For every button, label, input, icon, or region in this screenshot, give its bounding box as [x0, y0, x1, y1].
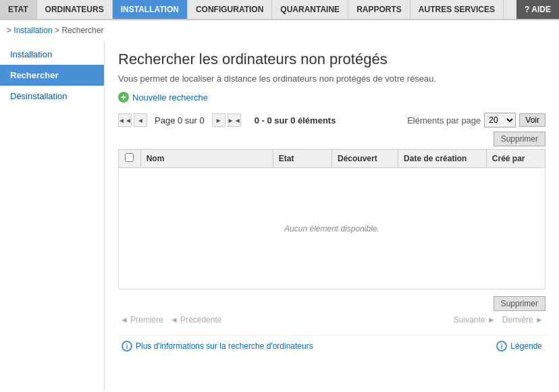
- precedente-link[interactable]: ◄ Précédente: [168, 315, 224, 325]
- nav-rapports[interactable]: RAPPORTS: [348, 0, 410, 19]
- main-layout: Installation Rechercher Désinstallation …: [0, 40, 559, 391]
- no-data-row: Aucun élément disponible.: [119, 168, 545, 289]
- supprimer-button-top[interactable]: Supprimer: [494, 132, 545, 146]
- data-table: Nom Etat Découvert Date de création Créé…: [118, 149, 545, 289]
- nav-etat[interactable]: ETAT: [0, 0, 37, 19]
- table-header-createur: Créé par: [486, 150, 545, 168]
- page-title: Rechercher les ordinateurs non protégés: [118, 51, 545, 68]
- legend-link[interactable]: i Légende: [496, 341, 542, 352]
- page-description: Vous permet de localiser à distance les …: [118, 74, 545, 84]
- first-page-btn[interactable]: ◄◄: [118, 113, 132, 127]
- prev-page-btn[interactable]: ◄: [134, 113, 147, 127]
- delete-bar-bottom: Supprimer: [118, 296, 545, 311]
- nav-ordinateurs[interactable]: ORDINATEURS: [37, 0, 113, 19]
- pagination-top-bar: ◄◄ ◄ Page 0 sur 0 ► ►◄ 0 - 0 sur 0 éléme…: [118, 113, 545, 128]
- more-info-link[interactable]: i Plus d'informations sur la recherche d…: [122, 341, 313, 352]
- premiere-link[interactable]: ◄ Première: [118, 315, 165, 325]
- sidebar: Installation Rechercher Désinstallation: [0, 40, 105, 391]
- voir-button[interactable]: Voir: [519, 113, 545, 127]
- last-page-btn[interactable]: ►◄: [228, 113, 241, 127]
- table-header-date: Date de création: [398, 150, 487, 168]
- select-all-checkbox[interactable]: [125, 153, 134, 162]
- supprimer-button-bottom[interactable]: Supprimer: [494, 296, 545, 311]
- new-search-icon: +: [118, 92, 129, 103]
- derniere-link[interactable]: Dernière ►: [500, 315, 545, 325]
- top-navigation: ETAT ORDINATEURS INSTALLATION CONFIGURAT…: [0, 0, 559, 20]
- more-info-label: Plus d'informations sur la recherche d'o…: [136, 341, 313, 351]
- new-search-link[interactable]: + Nouvelle recherche: [118, 92, 208, 103]
- table-header-decouvert: Découvert: [331, 150, 398, 168]
- table-header-nom: Nom: [140, 150, 273, 168]
- info-icon-left: i: [122, 341, 132, 352]
- footer-info-bar: i Plus d'informations sur la recherche d…: [118, 335, 545, 357]
- info-icon-right: i: [496, 341, 507, 352]
- nav-autres-services[interactable]: AUTRES SERVICES: [410, 0, 504, 19]
- breadcrumb-current: Rechercher: [61, 26, 103, 35]
- legend-label: Légende: [510, 341, 542, 351]
- elements-info: 0 - 0 sur 0 éléments: [255, 115, 336, 125]
- per-page-select[interactable]: 20 50 100: [484, 113, 516, 128]
- page-text: Page 0 sur 0: [155, 115, 205, 125]
- nav-quarantaine[interactable]: QUARANTAINE: [272, 0, 348, 19]
- nav-aide[interactable]: ? AIDE: [516, 0, 559, 19]
- table-header-checkbox: [119, 150, 141, 168]
- breadcrumb-installation-link[interactable]: Installation: [14, 26, 52, 35]
- bottom-nav-right: Suivante ► Dernière ►: [452, 315, 545, 325]
- main-content: Rechercher les ordinateurs non protégés …: [105, 40, 559, 391]
- sidebar-item-desinstallation[interactable]: Désinstallation: [0, 86, 104, 107]
- bottom-nav-left: ◄ Première ◄ Précédente: [118, 315, 223, 325]
- pagination-nav-top: ◄◄ ◄ Page 0 sur 0 ► ►◄: [118, 113, 241, 127]
- no-data-message: Aucun élément disponible.: [119, 168, 545, 289]
- table-header-etat: Etat: [273, 150, 331, 168]
- delete-bar-top: Supprimer: [118, 132, 545, 146]
- pagination-bottom-bar: ◄ Première ◄ Précédente Suivante ► Derni…: [118, 315, 545, 325]
- per-page-label: Eléments par page: [407, 115, 481, 125]
- nav-configuration[interactable]: CONFIGURATION: [188, 0, 272, 19]
- breadcrumb: > Installation > Rechercher: [0, 20, 559, 40]
- nav-installation[interactable]: INSTALLATION: [113, 0, 188, 19]
- sidebar-item-installation[interactable]: Installation: [0, 44, 104, 65]
- next-page-btn[interactable]: ►: [212, 113, 225, 127]
- sidebar-item-rechercher[interactable]: Rechercher: [0, 65, 104, 86]
- new-search-label: Nouvelle recherche: [132, 92, 208, 103]
- suivante-link[interactable]: Suivante ►: [452, 315, 498, 325]
